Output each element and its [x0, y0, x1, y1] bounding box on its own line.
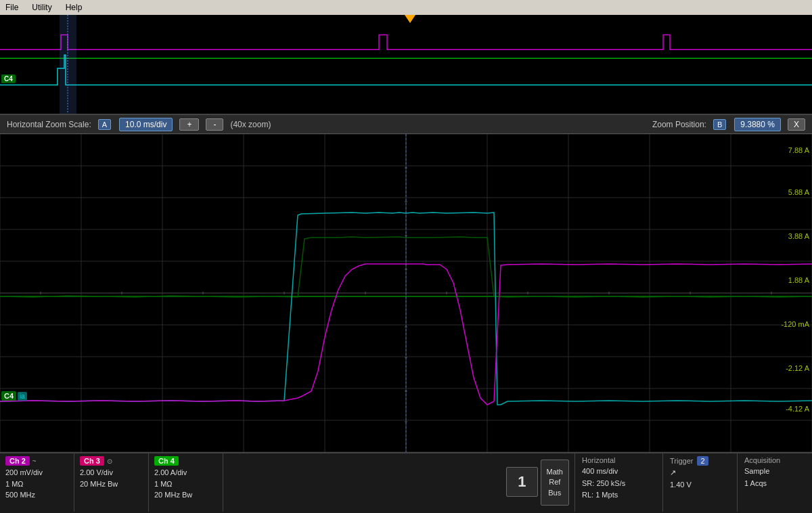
main-c4-badge: C4 — [1, 391, 16, 401]
ch2-block: Ch 2 ~ 200 mV/div 1 MΩ 500 MHz — [0, 453, 74, 512]
math-ref-bus-section: 1 Math Ref Bus — [501, 453, 575, 512]
ch4-block: Ch 4 2.00 A/div 1 MΩ 20 MHz Bw — [149, 453, 223, 512]
zoom-scale-label: Horizontal Zoom Scale: — [7, 120, 91, 129]
horizontal-block: Horizontal 400 ms/div SR: 250 kS/s RL: 1… — [575, 453, 663, 512]
overview-waveform — [0, 15, 812, 114]
zoom-position-label: Zoom Position: — [652, 120, 706, 129]
menu-file[interactable]: File — [5, 3, 18, 12]
zoom-x-button[interactable]: X — [788, 118, 805, 131]
zoom-position-value[interactable]: 9.3880 % — [734, 118, 781, 131]
horizontal-line3: RL: 1 Mpts — [582, 489, 656, 501]
main-ch4-label: C4 ia — [1, 391, 27, 401]
overview-panel: C4 ia — [0, 15, 812, 115]
main-panel: 7.88 A 5.88 A 3.88 A 1.88 A -120 mA -2.1… — [0, 134, 812, 452]
channel-a-indicator: A — [102, 120, 107, 129]
menu-help[interactable]: Help — [66, 3, 83, 12]
trigger-block: Trigger 2 ↗ 1.40 V — [663, 453, 738, 512]
zoom-scale-value[interactable]: 10.0 ms/div — [119, 118, 173, 131]
spacer — [223, 453, 501, 512]
trigger-badge: 2 — [697, 456, 708, 466]
acquisition-line2: 1 Acqs — [744, 478, 805, 490]
ch4-line3: 20 MHz Bw — [154, 489, 217, 501]
y-label-5: -120 mA — [781, 320, 809, 328]
ch4-badge[interactable]: Ch 4 — [154, 456, 179, 466]
overview-c4-badge: C4 — [1, 74, 16, 83]
zoom-text: (40x zoom) — [230, 120, 271, 129]
acquisition-block: Acquisition Sample 1 Acqs — [738, 453, 812, 512]
y-label-4: 1.88 A — [788, 276, 809, 284]
y-label-6: -2.12 A — [786, 364, 809, 372]
ch2-icon: ~ — [32, 458, 37, 465]
zoom-channel-b: B — [713, 119, 726, 130]
horizontal-line1: 400 ms/div — [582, 466, 656, 478]
ch3-block: Ch 3 ⊙ 2.00 V/div 20 MHz Bw — [74, 453, 149, 512]
main-ia-label: ia — [18, 392, 27, 401]
ch2-line1: 200 mV/div — [5, 467, 68, 478]
channel-b-indicator: B — [717, 120, 722, 129]
status-bar: Ch 2 ~ 200 mV/div 1 MΩ 500 MHz Ch 3 ⊙ 2.… — [0, 452, 812, 512]
grid-canvas — [0, 134, 812, 452]
ch4-line2: 1 MΩ — [154, 478, 217, 490]
y-label-1: 7.88 A — [788, 146, 809, 154]
math-ref-bus-button[interactable]: Math Ref Bus — [541, 460, 569, 506]
zoom-plus-button[interactable]: + — [179, 118, 199, 131]
zoom-channel-a: A — [98, 119, 111, 130]
trigger-voltage: 1.40 V — [670, 479, 730, 491]
acquisition-label: Acquisition — [744, 456, 805, 464]
overview-ch4-label: C4 ia — [1, 74, 11, 83]
y-label-7: -4.12 A — [786, 405, 809, 413]
ch3-line3: 20 MHz Bw — [80, 478, 143, 490]
ch2-line2: 1 MΩ — [5, 478, 68, 490]
ch2-line3: 500 MHz — [5, 489, 68, 501]
menu-bar: File Utility Help — [0, 0, 812, 15]
horizontal-line2: SR: 250 kS/s — [582, 478, 656, 490]
menu-utility[interactable]: Utility — [32, 3, 51, 12]
horizontal-label: Horizontal — [582, 456, 656, 464]
zoom-minus-button[interactable]: - — [206, 118, 223, 131]
ch3-icon: ⊙ — [107, 458, 112, 465]
zoom-bar: Horizontal Zoom Scale: A 10.0 ms/div + -… — [0, 115, 812, 134]
ch3-badge[interactable]: Ch 3 — [80, 456, 104, 466]
number-1-button[interactable]: 1 — [506, 467, 537, 497]
ch2-badge[interactable]: Ch 2 — [5, 456, 30, 466]
y-label-3: 3.88 A — [788, 232, 809, 240]
acquisition-line1: Sample — [744, 466, 805, 478]
svg-rect-2 — [60, 15, 76, 114]
trigger-icon: ↗ — [670, 467, 730, 479]
ch3-line1: 2.00 V/div — [80, 467, 143, 478]
trigger-label: Trigger — [670, 457, 693, 465]
ch4-line1: 2.00 A/div — [154, 467, 217, 478]
y-label-2: 5.88 A — [788, 188, 809, 196]
